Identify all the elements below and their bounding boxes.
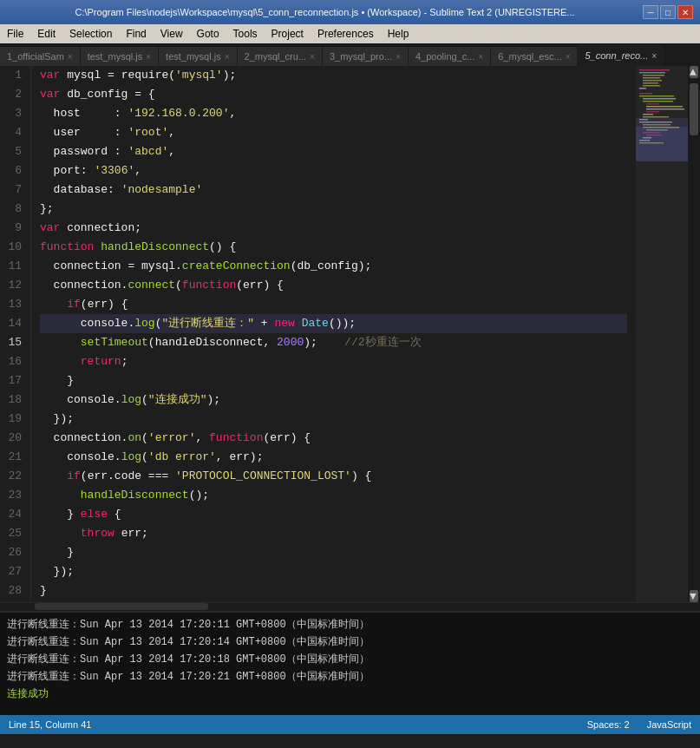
svg-rect-12	[646, 103, 659, 105]
horizontal-scrollbar[interactable]	[0, 602, 700, 611]
menu-selection[interactable]: Selection	[62, 24, 119, 43]
console-line-4: 进行断线重连：Sun Apr 13 2014 17:20:21 GMT+0800…	[7, 668, 693, 686]
window-controls[interactable]: ─ □ ✕	[643, 5, 693, 19]
svg-rect-11	[643, 101, 673, 102]
svg-rect-14	[646, 108, 684, 110]
code-line-2: var db_config = {	[40, 85, 627, 104]
scrollbar-down-arrow[interactable]: ▼	[690, 590, 698, 602]
menu-file[interactable]: File	[0, 24, 30, 43]
menu-tools[interactable]: Tools	[226, 24, 265, 43]
code-line-16: setTimeout(handleDisconnect, 2000); //2秒…	[40, 333, 627, 352]
menu-edit[interactable]: Edit	[30, 24, 62, 43]
code-line-5: password : 'abcd',	[40, 142, 627, 161]
status-language: JavaScript	[647, 719, 691, 730]
svg-rect-6	[643, 85, 660, 87]
svg-rect-10	[643, 98, 676, 100]
console-line-1: 进行断线重连：Sun Apr 13 2014 17:20:11 GMT+0800…	[7, 616, 693, 633]
maximize-button[interactable]: □	[660, 5, 676, 19]
scrollbar-thumb[interactable]	[690, 83, 698, 135]
code-line-11: function handleDisconnect() {	[40, 238, 627, 257]
minimap	[636, 66, 688, 602]
tab-7[interactable]: 6_mysql_esc...×	[491, 47, 578, 66]
code-line-30: handleDisconnect();	[40, 600, 627, 602]
menu-goto[interactable]: Goto	[190, 24, 226, 43]
code-line-7: database: 'nodesample'	[40, 180, 627, 200]
menu-project[interactable]: Project	[265, 24, 311, 43]
svg-rect-1	[639, 72, 665, 74]
status-spaces: Spaces: 2	[587, 719, 630, 730]
menu-find[interactable]: Find	[119, 24, 153, 43]
line-numbers: 12345 678910 1112131415 1617181920 21222…	[0, 66, 31, 602]
code-line-3: host : '192.168.0.200',	[40, 104, 627, 123]
code-line-26: throw err;	[40, 524, 627, 543]
console-line-3: 进行断线重连：Sun Apr 13 2014 17:20:18 GMT+0800…	[7, 651, 693, 668]
tab-bar: 1_officialSam× test_mysql.js× test_mysql…	[0, 43, 700, 66]
console-line-5: 连接成功	[7, 686, 693, 703]
console-area: 进行断线重连：Sun Apr 13 2014 17:20:11 GMT+0800…	[0, 611, 700, 715]
status-bar: Line 15, Column 41 Spaces: 2 JavaScript	[0, 715, 700, 734]
code-line-28: });	[40, 562, 627, 581]
minimize-button[interactable]: ─	[643, 5, 658, 19]
tab-6[interactable]: 4_pooling_c...×	[409, 47, 491, 66]
svg-rect-0	[639, 69, 670, 71]
editor: 12345 678910 1112131415 1617181920 21222…	[0, 66, 700, 602]
code-line-21: connection.on('error', function(err) {	[40, 429, 627, 448]
svg-rect-4	[643, 80, 662, 82]
tab-1[interactable]: 1_officialSam×	[0, 47, 81, 66]
vertical-scrollbar[interactable]: ▲ ▼	[688, 66, 700, 602]
title-bar: C:\Program Files\nodejs\Workspace\mysql\…	[0, 0, 700, 24]
tab-5[interactable]: 3_mysql_pro...×	[323, 47, 409, 66]
menu-view[interactable]: View	[154, 24, 190, 43]
code-line-10: var connection;	[40, 219, 627, 238]
code-line-13: connection.connect(function(err) {	[40, 276, 627, 295]
code-line-18: }	[40, 371, 627, 390]
h-scrollbar-thumb[interactable]	[35, 603, 208, 610]
code-line-25: } else {	[40, 505, 627, 524]
tab-3[interactable]: test_mysql.js×	[159, 47, 237, 66]
status-position: Line 15, Column 41	[9, 719, 91, 730]
tab-4[interactable]: 2_mysql_cru...×	[238, 47, 323, 66]
svg-rect-5	[643, 82, 658, 84]
code-line-23: if(err.code === 'PROTOCOL_CONNECTION_LOS…	[40, 467, 627, 486]
svg-rect-9	[639, 95, 674, 97]
code-line-15: console.log("进行断线重连：" + new Date());	[40, 314, 627, 333]
code-line-8: };	[40, 200, 627, 219]
menu-preferences[interactable]: Preferences	[311, 24, 381, 43]
minimap-viewport	[636, 127, 688, 161]
svg-rect-3	[643, 77, 660, 79]
scrollbar-up-arrow[interactable]: ▲	[690, 66, 698, 78]
title-text: C:\Program Files\nodejs\Workspace\mysql\…	[7, 7, 643, 17]
svg-rect-17	[643, 116, 669, 118]
code-line-6: port: '3306',	[40, 161, 627, 180]
code-line-17: return;	[40, 352, 627, 371]
code-line-14: if(err) {	[40, 295, 627, 314]
code-line-20: });	[40, 410, 627, 429]
svg-rect-7	[639, 88, 646, 89]
code-area[interactable]: var mysql = require('mysql'); var db_con…	[31, 66, 636, 602]
status-right: Spaces: 2 JavaScript	[587, 719, 691, 730]
svg-rect-13	[646, 106, 683, 108]
svg-rect-16	[643, 114, 653, 115]
code-line-19: console.log("连接成功");	[40, 390, 627, 410]
close-button[interactable]: ✕	[677, 5, 693, 19]
code-line-1: var mysql = require('mysql');	[40, 66, 627, 85]
code-line-12: connection = mysql.createConnection(db_c…	[40, 257, 627, 276]
tab-2[interactable]: test_mysql.js×	[81, 47, 159, 66]
code-line-29: }	[40, 581, 627, 600]
tab-8-active[interactable]: 5_conn_reco...×	[578, 45, 664, 66]
svg-rect-15	[646, 111, 659, 113]
console-line-2: 进行断线重连：Sun Apr 13 2014 17:20:14 GMT+0800…	[7, 633, 693, 651]
code-line-24: handleDisconnect();	[40, 486, 627, 505]
code-line-22: console.log('db error', err);	[40, 448, 627, 467]
menu-help[interactable]: Help	[381, 24, 416, 43]
svg-rect-2	[643, 75, 664, 76]
svg-rect-8	[639, 93, 652, 95]
code-line-4: user : 'root',	[40, 123, 627, 142]
menu-bar: File Edit Selection Find View Goto Tools…	[0, 24, 700, 43]
code-line-27: }	[40, 543, 627, 562]
